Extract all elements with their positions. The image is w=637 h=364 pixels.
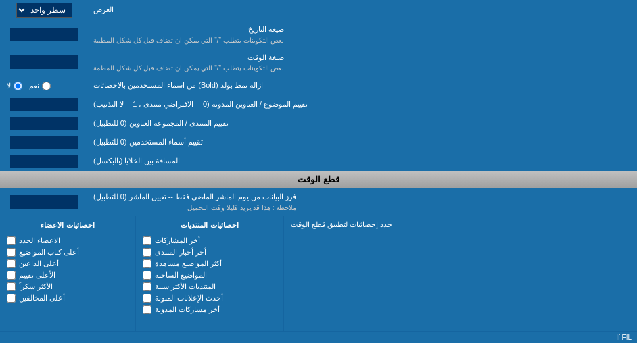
- user-sort-label: تقييم أسماء المستخدمين (0 للتطبيل): [88, 133, 637, 152]
- stats-posts-item-6: أخر مشاركات المدونة: [140, 304, 279, 315]
- cell-spacing-label: المسافة بين الخلايا (بالبكسل): [88, 152, 637, 171]
- bold-remove-yes-label: نعم: [29, 82, 51, 90]
- stats-members-checkbox-1[interactable]: [7, 248, 16, 257]
- display-select[interactable]: سطر واحد سطرين ثلاثة أسطر: [16, 3, 72, 18]
- stats-posts-checkbox-0[interactable]: [143, 236, 151, 245]
- topic-sort-row: تقييم الموضوع / العناوين المدونة (0 -- ا…: [0, 95, 637, 114]
- stats-members-item-5: أعلى المخالفين: [4, 292, 131, 304]
- bold-remove-row: ازالة نمط بولد (Bold) من اسماء المستخدمي…: [0, 76, 637, 95]
- bold-remove-no-radio[interactable]: [14, 82, 22, 90]
- stats-posts-item-5: أحدث الإعلانات المبوبة: [140, 292, 279, 304]
- stats-section: حدد إحصائيات لتطبيق قطع الوقت احصائيات ا…: [0, 216, 637, 331]
- stats-members-checkbox-0[interactable]: [7, 236, 16, 245]
- stats-members-col: احصائيات الاعضاء الاعضاء الجدد أعلى كتاب…: [0, 216, 135, 331]
- footer-note: If FIL: [0, 331, 637, 343]
- topic-sort-label: تقييم الموضوع / العناوين المدونة (0 -- ا…: [88, 95, 637, 114]
- stats-members-item-2: أعلى الداعين: [4, 258, 131, 269]
- time-cut-section: قطع الوقت: [0, 171, 637, 188]
- stats-posts-item-2: أكثر المواضيع مشاهدة: [140, 258, 279, 269]
- time-cut-header: قطع الوقت: [0, 171, 637, 188]
- stats-members-item-1: أعلى كتاب المواضيع: [4, 246, 131, 258]
- date-format-row: صيغة التاريخ بعض التكوينات يتطلب "/" الت…: [0, 20, 637, 49]
- bold-remove-options: نعم لا: [0, 76, 88, 95]
- bold-remove-label: ازالة نمط بولد (Bold) من اسماء المستخدمي…: [88, 76, 637, 95]
- user-sort-input[interactable]: 0: [10, 136, 78, 149]
- stats-posts-checkbox-4[interactable]: [143, 282, 151, 291]
- stats-members-header: احصائيات الاعضاء: [4, 219, 131, 232]
- cell-spacing-input[interactable]: 2: [10, 155, 78, 168]
- display-select-cell: سطر واحد سطرين ثلاثة أسطر: [0, 0, 88, 20]
- stats-posts-item-0: أخر المشاركات: [140, 235, 279, 246]
- forum-sort-input-cell: 33: [0, 114, 88, 133]
- user-sort-input-cell: 0: [0, 133, 88, 152]
- forum-sort-label: تقييم المنتدى / المجموعة العناوين (0 للت…: [88, 114, 637, 133]
- header-row: العرض سطر واحد سطرين ثلاثة أسطر: [0, 0, 637, 20]
- stats-posts-checkbox-1[interactable]: [143, 248, 151, 257]
- header-label: العرض: [88, 0, 637, 20]
- stats-posts-item-4: المنتديات الأكثر شبية: [140, 281, 279, 292]
- stats-members-checkbox-4[interactable]: [7, 282, 16, 291]
- forum-sort-row: تقييم المنتدى / المجموعة العناوين (0 للت…: [0, 114, 637, 133]
- date-format-input-cell: d-m: [0, 20, 88, 49]
- time-format-input-cell: H:i: [0, 49, 88, 77]
- stats-members-checkbox-5[interactable]: [7, 294, 16, 303]
- time-cut-input[interactable]: 0: [10, 195, 78, 209]
- date-format-input[interactable]: d-m: [10, 28, 78, 41]
- stats-posts-checkbox-3[interactable]: [143, 271, 151, 280]
- stats-apply-label: حدد إحصائيات لتطبيق قطع الوقت: [284, 216, 637, 331]
- forum-sort-input[interactable]: 33: [10, 117, 78, 130]
- stats-posts-item-1: أخر أخبار المنتدى: [140, 246, 279, 258]
- bold-remove-no-label: لا: [7, 82, 22, 90]
- time-format-input[interactable]: H:i: [10, 55, 78, 69]
- date-format-label: صيغة التاريخ بعض التكوينات يتطلب "/" الت…: [88, 20, 637, 49]
- topic-sort-input[interactable]: 33: [10, 98, 78, 111]
- stats-members-item-4: الأكثر شكراً: [4, 281, 131, 292]
- stats-members-checkbox-3[interactable]: [7, 271, 16, 280]
- stats-posts-col: احصائيات المنتديات أخر المشاركات أخر أخب…: [135, 216, 284, 331]
- cell-spacing-input-cell: 2: [0, 152, 88, 171]
- stats-posts-checkbox-6[interactable]: [143, 305, 151, 314]
- cell-spacing-row: المسافة بين الخلايا (بالبكسل) 2: [0, 152, 637, 171]
- time-format-label: صيغة الوقت بعض التكوينات يتطلب "/" التي …: [88, 49, 637, 77]
- bold-remove-yes-radio[interactable]: [42, 82, 51, 90]
- stats-members-item-0: الاعضاء الجدد: [4, 235, 131, 246]
- stats-posts-checkbox-5[interactable]: [143, 294, 151, 303]
- time-cut-label: فرز البيانات من يوم الماشر الماضي فقط --…: [88, 188, 637, 216]
- time-cut-input-cell: 0: [0, 188, 88, 216]
- stats-members-checkbox-2[interactable]: [7, 259, 16, 268]
- stats-posts-checkbox-2[interactable]: [143, 259, 151, 268]
- time-format-row: صيغة الوقت بعض التكوينات يتطلب "/" التي …: [0, 49, 637, 77]
- user-sort-row: تقييم أسماء المستخدمين (0 للتطبيل) 0: [0, 133, 637, 152]
- stats-posts-item-3: المواضيع الساخنة: [140, 269, 279, 281]
- topic-sort-input-cell: 33: [0, 95, 88, 114]
- stats-posts-header: احصائيات المنتديات: [140, 219, 279, 232]
- time-cut-row: فرز البيانات من يوم الماشر الماضي فقط --…: [0, 188, 637, 216]
- stats-members-item-3: الأعلى تقييم: [4, 269, 131, 281]
